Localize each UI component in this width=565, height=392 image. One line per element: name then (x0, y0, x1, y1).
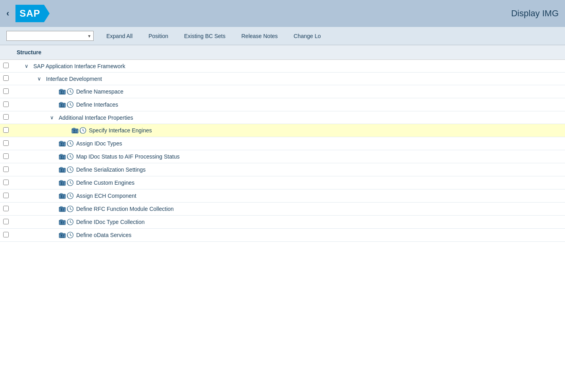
node-label: Define Namespace (76, 88, 123, 95)
svg-point-21 (61, 169, 62, 171)
table-row: Define RFC Function Module Collection (0, 203, 565, 216)
clock-icon (67, 205, 74, 212)
node-icons (59, 166, 74, 173)
row-checkbox[interactable] (3, 180, 9, 185)
row-inner: Define oData Services (15, 231, 562, 239)
back-button[interactable]: ‹ (6, 8, 9, 19)
folder-people-icon (59, 192, 66, 199)
change-log-button[interactable]: Change Lo (290, 31, 324, 41)
svg-point-37 (61, 222, 62, 223)
svg-point-42 (63, 235, 64, 236)
node-icons (59, 101, 74, 108)
row-inner: ∨SAP Application Interface Framework (15, 63, 562, 69)
row-checkbox[interactable] (3, 114, 9, 120)
node-icons (59, 231, 74, 239)
svg-point-25 (61, 182, 62, 184)
row-inner: Assign ECH Component (15, 192, 562, 199)
node-label: Define RFC Function Module Collection (76, 206, 174, 212)
position-button[interactable]: Position (145, 31, 171, 41)
row-checkbox[interactable] (3, 140, 9, 146)
tree-table: Structure ∨SAP Application Interface Fra… (0, 45, 565, 242)
node-label: Assign IDoc Types (76, 140, 122, 147)
row-content-cell: Define Interfaces (12, 98, 565, 111)
folder-people-icon (59, 179, 66, 186)
clock-icon (67, 88, 74, 95)
row-checkbox[interactable] (3, 153, 9, 159)
folder-people-icon (59, 218, 66, 226)
row-checkbox[interactable] (3, 232, 9, 237)
row-checkbox[interactable] (3, 166, 9, 172)
row-content-cell: Map IDoc Status to AIF Processing Status (12, 150, 565, 163)
content-area: Structure ∨SAP Application Interface Fra… (0, 45, 565, 242)
svg-point-29 (61, 195, 62, 197)
row-checkbox[interactable] (3, 193, 9, 198)
expand-arrow-icon[interactable]: ∨ (25, 63, 31, 69)
row-checkbox[interactable] (3, 88, 9, 94)
node-label: Specify Interface Engines (89, 127, 152, 134)
table-row: Assign IDoc Types (0, 137, 565, 150)
table-row: ∨SAP Application Interface Framework (0, 60, 565, 73)
row-inner: Map IDoc Status to AIF Processing Status (15, 153, 562, 160)
table-header: Structure (0, 45, 565, 60)
svg-point-10 (76, 130, 77, 132)
release-notes-button[interactable]: Release Notes (238, 31, 281, 41)
table-row: Define oData Services (0, 229, 565, 242)
row-inner: Define Serialization Settings (15, 166, 562, 173)
row-checkbox-cell (0, 203, 12, 216)
node-label: Define Interfaces (76, 101, 118, 108)
svg-point-5 (61, 104, 62, 106)
svg-point-18 (63, 157, 64, 158)
svg-point-6 (63, 105, 64, 106)
app-header: ‹ SAP Display IMG (0, 0, 565, 27)
expand-arrow-icon[interactable]: ∨ (50, 115, 56, 120)
expand-arrow-icon[interactable]: ∨ (37, 76, 44, 82)
table-row: Define Serialization Settings (0, 163, 565, 176)
svg-point-34 (63, 209, 64, 210)
row-checkbox[interactable] (3, 63, 9, 68)
row-content-cell: Define oData Services (12, 229, 565, 242)
node-label[interactable]: Additional Interface Properties (59, 115, 133, 121)
row-content-cell: ∨Additional Interface Properties (12, 111, 565, 124)
node-label[interactable]: Interface Development (46, 76, 102, 82)
clock-icon (67, 166, 74, 173)
row-checkbox[interactable] (3, 219, 9, 224)
folder-people-icon (59, 140, 66, 147)
svg-point-41 (61, 235, 62, 236)
node-label[interactable]: SAP Application Interface Framework (33, 63, 125, 69)
row-checkbox-cell (0, 111, 12, 124)
table-row: ∨Interface Development (0, 73, 565, 85)
row-content-cell: ∨SAP Application Interface Framework (12, 60, 565, 73)
toolbar-select[interactable] (6, 31, 94, 41)
row-checkbox[interactable] (3, 101, 9, 107)
row-checkbox[interactable] (3, 127, 9, 133)
row-checkbox[interactable] (3, 206, 9, 211)
clock-icon (67, 140, 74, 147)
header-title: Display IMG (511, 8, 559, 19)
folder-people-icon (59, 231, 66, 239)
node-icons (71, 127, 86, 134)
svg-point-1 (61, 91, 62, 93)
node-icons (59, 205, 74, 212)
sap-logo-text: SAP (19, 8, 40, 19)
row-checkbox-cell (0, 229, 12, 242)
row-content-cell: Assign IDoc Types (12, 137, 565, 150)
clock-icon (67, 179, 74, 186)
svg-point-13 (61, 143, 62, 145)
row-inner: Define IDoc Type Collection (15, 218, 562, 226)
row-checkbox-cell (0, 124, 12, 137)
folder-people-icon (59, 166, 66, 173)
row-content-cell: Assign ECH Component (12, 189, 565, 203)
clock-icon (67, 231, 74, 239)
existing-bc-sets-button[interactable]: Existing BC Sets (181, 31, 229, 41)
svg-point-38 (63, 222, 64, 223)
row-inner: ∨Additional Interface Properties (15, 115, 562, 121)
svg-point-14 (63, 143, 64, 145)
table-row: Map IDoc Status to AIF Processing Status (0, 150, 565, 163)
folder-people-icon (59, 205, 66, 212)
table-row: Define Interfaces (0, 98, 565, 111)
row-content-cell: Define Namespace (12, 85, 565, 98)
row-content-cell: Specify Interface Engines (12, 124, 565, 137)
node-icons (59, 179, 74, 186)
row-checkbox[interactable] (3, 75, 9, 81)
expand-all-button[interactable]: Expand All (103, 31, 136, 41)
